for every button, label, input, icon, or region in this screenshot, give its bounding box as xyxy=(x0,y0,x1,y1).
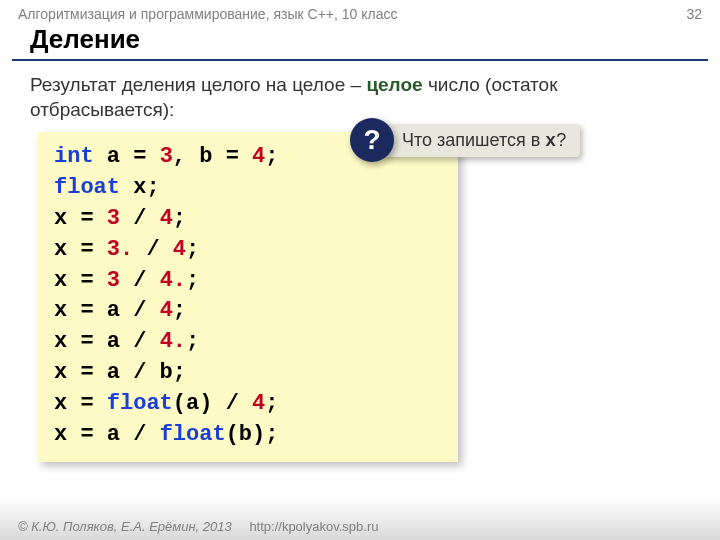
txt: x = xyxy=(54,206,107,231)
header: Алгоритмизация и программирование, язык … xyxy=(0,0,720,24)
code-block: int a = 3, b = 4; float x; x = 3 / 4; x … xyxy=(38,132,458,462)
callout-text-after: ? xyxy=(556,130,566,150)
code-line: x = a / b; xyxy=(54,358,442,389)
txt: x; xyxy=(120,175,160,200)
code-line: x = float(a) / 4; xyxy=(54,389,442,420)
txt: x = xyxy=(54,268,107,293)
kw: int xyxy=(54,144,94,169)
code-line: x = 3. / 4; xyxy=(54,235,442,266)
txt: , b = xyxy=(173,144,252,169)
num: 3 xyxy=(107,268,120,293)
txt: ; xyxy=(173,298,186,323)
question-label: Что запишется в x? xyxy=(384,124,580,157)
footer: © К.Ю. Поляков, Е.А. Ерёмин, 2013 http:/… xyxy=(18,519,378,534)
txt: ; xyxy=(265,144,278,169)
kw: float xyxy=(160,422,226,447)
txt: x = a / xyxy=(54,329,160,354)
txt: ; xyxy=(186,268,199,293)
num: 4 xyxy=(252,391,265,416)
callout-var: x xyxy=(545,131,556,151)
txt: x = a / b; xyxy=(54,360,186,385)
txt: ; xyxy=(186,329,199,354)
txt: (b); xyxy=(226,422,279,447)
num: 4 xyxy=(160,298,173,323)
code-line: x = 3 / 4; xyxy=(54,204,442,235)
page-number: 32 xyxy=(686,6,702,22)
breadcrumb: Алгоритмизация и программирование, язык … xyxy=(18,6,397,22)
num: 4 xyxy=(160,206,173,231)
txt: (a) / xyxy=(173,391,252,416)
num: 4. xyxy=(160,329,186,354)
txt: / xyxy=(133,237,173,262)
subtitle-em: целое xyxy=(366,74,422,95)
page-title: Деление xyxy=(12,24,708,61)
txt: / xyxy=(120,268,160,293)
code-line: x = a / 4.; xyxy=(54,327,442,358)
txt: a = xyxy=(94,144,160,169)
txt: ; xyxy=(186,237,199,262)
code-line: float x; xyxy=(54,173,442,204)
num: 3 xyxy=(160,144,173,169)
txt: x = a / xyxy=(54,422,160,447)
code-line: x = a / float(b); xyxy=(54,420,442,451)
num: 4. xyxy=(160,268,186,293)
num: 3. xyxy=(107,237,133,262)
question-mark-icon: ? xyxy=(350,118,394,162)
copyright: © К.Ю. Поляков, Е.А. Ерёмин, 2013 xyxy=(18,519,232,534)
txt: x = xyxy=(54,237,107,262)
subtitle-before: Результат деления целого на целое – xyxy=(30,74,366,95)
code-line: x = 3 / 4.; xyxy=(54,266,442,297)
kw: float xyxy=(54,175,120,200)
callout-text-before: Что запишется в xyxy=(402,130,545,150)
txt: ; xyxy=(173,206,186,231)
txt: x = xyxy=(54,391,107,416)
num: 3 xyxy=(107,206,120,231)
num: 4 xyxy=(252,144,265,169)
txt: / xyxy=(120,206,160,231)
question-callout: ? Что запишется в x? xyxy=(350,118,580,162)
txt: ; xyxy=(265,391,278,416)
num: 4 xyxy=(173,237,186,262)
txt: x = a / xyxy=(54,298,160,323)
footer-url: http://kpolyakov.spb.ru xyxy=(249,519,378,534)
code-line: x = a / 4; xyxy=(54,296,442,327)
kw: float xyxy=(107,391,173,416)
